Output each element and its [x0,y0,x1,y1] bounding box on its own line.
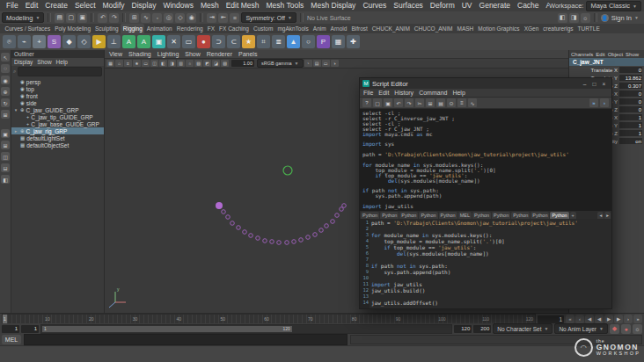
outliner-item-c-jaw-tip-guide-grp[interactable]: +C_jaw_tip_GUIDE_GRP [11,113,104,120]
code-line[interactable]: del(sys.modules[module_name]) [371,250,611,257]
channel-attr-value[interactable]: 0.307 [619,83,642,89]
outliner-item-c-jaw-base-guide-grp[interactable]: +C_jaw_base_GUIDE_GRP [11,120,104,127]
camera-attributes-icon[interactable]: ≡ [124,60,132,67]
curve-cv-point[interactable] [306,235,311,240]
select-camera-icon[interactable]: ▦ [106,60,114,67]
menu-surfaces[interactable]: Surfaces [390,0,427,11]
animation-preferences-icon[interactable]: ☼ [633,324,642,334]
curve-cv-point[interactable] [277,241,282,245]
code-line[interactable] [371,226,611,232]
channel-box-menu-object[interactable]: Object [608,52,623,57]
shelf-tab-animation[interactable]: Animation [144,24,174,33]
script-editor-menu-edit[interactable]: Edit [378,90,389,96]
script-tab-python[interactable]: Python [361,212,379,219]
channel-box-menu-show[interactable]: Show [626,52,639,57]
minimize-button[interactable]: – [580,80,589,88]
smooth-shade-icon[interactable]: ◨ [168,60,176,67]
shelf-tab-fx-caching[interactable]: FX Caching [217,24,252,33]
channel-attr-value[interactable]: on [619,138,642,144]
code-line[interactable]: jaw_utils.build() [371,287,611,293]
render-view-icon[interactable]: ◧ [558,13,567,23]
code-line[interactable] [371,275,611,281]
script-editor-input-pane[interactable]: 1234567891011121314 path = 'D:\Trabajo\C… [360,219,611,308]
script-tab-mel[interactable]: MEL [458,212,472,219]
layout-split-vertical-icon[interactable]: ◫ [1,152,10,161]
code-line[interactable]: for module_name in sys.modules.keys(): [371,232,611,238]
ipr-render-icon[interactable]: ◨ [569,13,579,23]
shelf-skin-bind-icon[interactable]: + [33,35,46,48]
shelf-skeleton-icon[interactable]: S [48,35,61,48]
set-key-icon[interactable]: ◆ [610,324,619,334]
script-tab-python[interactable]: Python [550,212,568,219]
shelf-locator-icon[interactable]: ✚ [347,35,360,48]
menu-windows[interactable]: Windows [159,0,196,11]
menu-deform[interactable]: Deform [427,0,458,11]
lasso-tool-icon[interactable]: ◌ [1,64,10,73]
shelf-arnold-render-icon[interactable]: A [122,35,135,48]
script-tab-python[interactable]: Python [439,212,457,219]
script-editor-menu-command[interactable]: Command [419,90,447,96]
quick-help-icon[interactable]: ? [362,98,371,107]
wireframe-icon[interactable]: ◧ [159,60,167,67]
two-panel-icon[interactable]: ◫ [150,60,158,67]
menu-mesh-display[interactable]: Mesh Display [307,0,359,11]
go-to-end-button[interactable]: » [633,315,642,323]
outliner-menu-show[interactable]: Show [37,59,51,65]
screen-space-ao-icon[interactable]: ◩ [203,60,211,67]
curve-cv-point[interactable] [222,210,226,214]
playback-end-field[interactable]: 120 [454,325,472,333]
shelf-constraint-aim-icon[interactable]: ◇ [77,35,91,48]
curve-cv-point[interactable] [292,240,296,244]
menu-display[interactable]: Display [128,0,160,11]
show-line-numbers-icon[interactable]: ≡ [457,98,466,107]
channel-attr-value[interactable]: 1 [619,122,642,128]
shelf-tab-chuck-anim[interactable]: CHUCK_ANIM [370,24,412,33]
shelf-aim-up-icon[interactable]: ▲ [287,35,300,48]
shelf-image-plane-icon[interactable]: ▭ [182,35,195,48]
select-tool-icon[interactable]: ↖ [1,53,10,62]
anim-layer-dropdown[interactable]: No Anim Layer ▼ [554,323,608,334]
shelf-tab-custom[interactable]: Custom [251,24,274,33]
menu-generate[interactable]: Generate [476,0,514,11]
script-tab-python[interactable]: Python [419,212,437,219]
multisample-icon[interactable]: ▨ [221,60,229,67]
menu-cache[interactable]: Cache [514,0,543,11]
shelf-favorite-icon[interactable]: ★ [242,35,255,48]
image-plane-icon[interactable]: ▭ [142,60,150,67]
shelf-tab-fx[interactable]: FX [205,24,216,33]
viewport-menu-panels[interactable]: Panels [238,51,257,57]
isolate-select-icon[interactable]: ◔ [304,60,312,67]
copy-icon[interactable]: ⊞ [426,98,435,107]
viewport-menu-view[interactable]: View [109,51,122,57]
code-line[interactable]: jaw_utils.addOffset() [371,300,611,306]
outliner-item-top[interactable]: ◉top [11,85,104,92]
shelf-tab-rendering[interactable]: Rendering [174,24,205,33]
textured-icon[interactable]: ▥ [177,60,185,67]
shelf-tab-mash[interactable]: MASH [455,24,476,33]
menu-select[interactable]: Select [71,0,99,11]
curve-cv-point[interactable] [299,238,304,243]
step-back-key-button[interactable]: ‹ [575,315,584,323]
outliner-item-front[interactable]: ◉front [11,92,104,99]
shelf-cluster-icon[interactable]: ⊥ [107,35,121,48]
shelf-wrap-icon[interactable]: ⊂ [227,35,240,48]
snap-curve-icon[interactable]: ∿ [141,13,150,23]
shelf-set-driven-key-icon[interactable]: ▶ [92,35,106,48]
curve-cv-point[interactable] [263,239,267,243]
command-language-toggle[interactable]: MEL [2,335,21,344]
curve-cv-point[interactable] [249,234,253,238]
outliner-item-persp[interactable]: ◉persp [11,78,104,85]
symmetry-dropdown[interactable]: Symmetry: Off ▼ [241,12,296,23]
exposure-field[interactable]: 1.00 [231,60,254,67]
script-tab-python[interactable]: Python [492,212,510,219]
maximize-button[interactable]: □ [589,80,599,88]
shelf-blendshape-icon[interactable]: ▣ [152,35,165,48]
menu-mesh[interactable]: Mesh [197,0,223,11]
channel-box-menu-edit[interactable]: Edit [596,52,604,57]
code-line[interactable] [371,293,611,300]
curve-cv-point[interactable] [237,226,241,230]
play-forward-button[interactable]: ▶ [604,315,613,323]
channel-attr-value[interactable]: 0 [619,98,642,105]
layout-single-view-icon[interactable]: ▣ [1,129,10,138]
script-editor-titlebar[interactable]: M Script Editor –□× [360,78,611,89]
